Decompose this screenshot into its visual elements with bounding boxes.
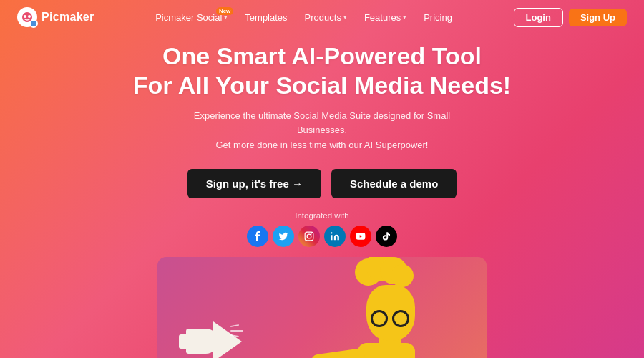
demo-button[interactable]: Schedule a demo — [331, 169, 457, 198]
hero-subtitle: Experience the ultimate Social Media Sui… — [179, 109, 465, 153]
svg-point-1 — [24, 15, 26, 18]
chevron-down-icon: ▾ — [343, 14, 347, 21]
chevron-down-icon: ▾ — [403, 14, 406, 21]
nav-item-picmaker-social[interactable]: Picmaker Social New ▾ — [148, 9, 235, 26]
logo[interactable]: Picmaker — [17, 7, 94, 27]
hero-title: One Smart AI-Powered Tool For All Your S… — [133, 42, 511, 100]
login-button[interactable]: Login — [514, 8, 563, 27]
nav-item-products[interactable]: Products ▾ — [298, 9, 354, 26]
megaphone-illustration — [179, 321, 236, 358]
integrated-section: Integrated with — [247, 211, 397, 247]
nav-links: Picmaker Social New ▾ Templates Products… — [148, 9, 459, 26]
youtube-icon[interactable] — [350, 226, 371, 247]
character-glasses — [371, 310, 409, 327]
nav-item-pricing[interactable]: Pricing — [416, 9, 459, 26]
svg-point-4 — [307, 234, 311, 238]
character-face — [366, 285, 415, 341]
page-wrapper: Picmaker Picmaker Social New ▾ Templates… — [0, 0, 644, 358]
chevron-down-icon: ▾ — [224, 14, 228, 21]
logo-text: Picmaker — [42, 11, 94, 24]
svg-point-5 — [311, 233, 312, 234]
hero-buttons: Sign up, it's free → Schedule a demo — [187, 169, 457, 198]
svg-point-6 — [331, 232, 332, 233]
signup-button[interactable]: Sign Up — [569, 9, 627, 26]
hero-section: One Smart AI-Powered Tool For All Your S… — [0, 34, 644, 358]
svg-point-2 — [28, 15, 31, 18]
signup-cta-button[interactable]: Sign up, it's free → — [187, 169, 321, 198]
hair-puff-4 — [391, 264, 414, 287]
nav-buttons: Login Sign Up — [514, 8, 628, 27]
svg-point-0 — [22, 12, 32, 22]
tiktok-icon[interactable] — [376, 226, 397, 247]
glass-left — [371, 310, 388, 327]
nav-item-features[interactable]: Features ▾ — [357, 9, 414, 26]
glass-right — [392, 310, 409, 327]
integrated-label: Integrated with — [295, 211, 348, 220]
sound-lines — [230, 325, 243, 337]
svg-rect-3 — [305, 232, 313, 241]
hero-illustration-card — [157, 257, 487, 358]
twitter-icon[interactable] — [273, 226, 294, 247]
logo-icon — [17, 7, 37, 27]
character-hair — [355, 257, 419, 291]
character-arm — [311, 348, 366, 358]
social-icons-row — [247, 226, 397, 247]
navbar: Picmaker Picmaker Social New ▾ Templates… — [0, 0, 644, 34]
instagram-icon[interactable] — [298, 226, 320, 247]
linkedin-icon[interactable] — [324, 226, 346, 247]
facebook-icon[interactable] — [247, 226, 268, 247]
nav-item-templates[interactable]: Templates — [238, 9, 294, 26]
